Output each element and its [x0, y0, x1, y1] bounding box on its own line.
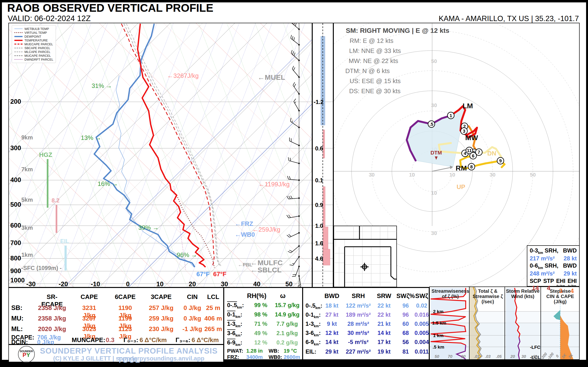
- height-label: 1km: [21, 251, 33, 258]
- p1-tick: 90: [461, 354, 466, 359]
- legend-label: VIRTUAL TEMP: [25, 31, 47, 34]
- omega-value: 1.6: [315, 240, 323, 247]
- station-id: KAMA - AMARILLO, TX US | 35.23, -101.7: [439, 14, 579, 23]
- dewpoint-swatch-icon: [14, 36, 23, 37]
- ylabel-2km: 2 km: [433, 309, 443, 314]
- dn-label: DN: [487, 150, 496, 157]
- muecape-parcel-curve: [121, 24, 214, 267]
- pressure-gridlines: [9, 102, 312, 284]
- wb0-table-label: WB0:: [268, 354, 282, 360]
- credit-line2: (C) KYLE J GILLETT | sounderpysoundings.…: [38, 355, 220, 362]
- srw-svg: Storm Relative Wind (kts) -LFC -LCL 20 3…: [505, 287, 541, 359]
- srw-1-3: 21 kt: [374, 321, 394, 327]
- mu-3cape: 259 J/kg: [148, 315, 174, 322]
- svg-text:30: 30: [431, 102, 437, 108]
- srw-plot: Storm Relative Wind (kts) -LFC -LCL 20 3…: [505, 286, 541, 360]
- temp-label: 0: [126, 281, 130, 287]
- swz-0-1: 0.016: [414, 311, 430, 318]
- svg-text:50: 50: [530, 172, 536, 178]
- dwndrft-swatch-icon: [14, 59, 23, 60]
- svg-text:30: 30: [369, 172, 375, 178]
- mucape-energy-label: ←3267J/kg: [167, 72, 199, 79]
- ehi1-column: EHI0−1km3: [556, 278, 565, 295]
- srh-0-6-label: 0-6km SRH,: [530, 262, 559, 270]
- stp-value: 4: [543, 284, 554, 292]
- sounderpy-logo: SOUNDER PY: [18, 346, 35, 363]
- legend-label: DWNDRFT PARCEL: [25, 58, 53, 61]
- mucape-swatch-icon: [14, 55, 23, 56]
- ds-text: DS: ENE @ 30 kts: [349, 87, 400, 95]
- sb-cin: 0 J/kg: [180, 304, 204, 312]
- height-label: 9km: [21, 134, 33, 141]
- bwd-eil: 29 kt: [322, 348, 341, 355]
- svg-text:9: 9: [499, 158, 502, 163]
- kinematics-table-panel: BWD SRH SRW SWζ% SWζ 0-.5km: 18 kt 122 m…: [303, 287, 429, 360]
- cape6-energy-label: ←1199J/kg: [259, 181, 290, 188]
- col-6cape: 6CAPE: [112, 293, 138, 301]
- pwat-value: 1.28 in: [246, 348, 263, 354]
- omega-header: ω: [280, 292, 285, 300]
- rh-0-1: 98 %: [249, 311, 272, 318]
- p2-title-1: Total ζ &: [478, 288, 497, 294]
- p4-title-3: (J/kg): [554, 299, 566, 304]
- dtm-text: DTM: N @ 6 kts: [345, 67, 390, 75]
- srh-0-3-label: 0-3km SRH,: [530, 247, 559, 255]
- omega-value: 1.0: [315, 223, 323, 229]
- credits-panel: SOUNDER PY SOUNDERPY VERTICAL PROFILE AN…: [9, 344, 224, 362]
- up-label: UP: [457, 183, 465, 191]
- page-title: RAOB OBSERVED VERTICAL PROFILE: [7, 1, 213, 14]
- rh-label-96: 96% →: [177, 251, 197, 259]
- logo-text-p: P: [23, 352, 26, 358]
- lapse-0-3-value: 6 Δ°C/km: [139, 336, 167, 344]
- pbl-label: ←PBL: [238, 262, 252, 267]
- sfc-wetbulb-f-label: 67°F: [196, 270, 210, 278]
- swz-1-3: 0.005: [414, 321, 430, 327]
- srw-0-1: 22 kt: [374, 311, 394, 318]
- lfc-label: -LFC: [530, 345, 541, 350]
- rm-label: RM: [456, 164, 467, 172]
- omega-down-bars: [323, 130, 330, 265]
- rh-3-6: 49 %: [249, 330, 272, 337]
- bwd-3-6: 12 kt: [322, 330, 341, 336]
- moist-row-label: 1-3km:: [227, 321, 242, 328]
- srh-0-3-value: 217 m²/s²: [530, 255, 555, 262]
- srw-header: SRW: [374, 292, 394, 300]
- sblcl-label: ←SBLCL: [250, 266, 282, 274]
- svg-text:3: 3: [463, 129, 466, 134]
- sfc-label: -SFC (1099m) -: [21, 265, 62, 271]
- p1-title-2: of ζ (%): [442, 294, 459, 299]
- vorticity-svg: Total ζ & Streamwise ζ (/sec) .01 .03 .0…: [469, 287, 505, 359]
- sb-3cape: 257 J/kg: [148, 304, 174, 312]
- mw-label: MW: [465, 134, 478, 142]
- w-6-9: 0.2 g/kg: [272, 339, 302, 346]
- temp-label: 50: [285, 281, 293, 287]
- swz-0-5: 0.02: [414, 302, 430, 309]
- swz-6-9: 0.004: [414, 339, 430, 345]
- svg-text:10: 10: [450, 172, 455, 178]
- virtual-temp-swatch-icon: [14, 32, 23, 33]
- swp-0-5: 96: [395, 302, 416, 309]
- svg-text:10: 10: [431, 190, 437, 196]
- srh-6-9: -5 m²/s²: [345, 339, 372, 345]
- kin-row-label: 0-.5km:: [305, 302, 322, 310]
- temp-label: 30: [221, 281, 228, 287]
- srw-3-6: 14 kt: [374, 330, 394, 336]
- row-ml-label: ML:: [11, 325, 23, 333]
- streamwiseness-plot: 2 km 1.5 km 1 km .5 km Streamwiseness of…: [429, 286, 469, 360]
- legend-label: SBCAPE PARCEL: [25, 46, 50, 50]
- p2-title-3: (/sec): [482, 299, 494, 304]
- svg-text:7: 7: [478, 150, 480, 155]
- rh-label-31: 31% →: [92, 82, 112, 89]
- stp-column: STP4: [543, 278, 554, 295]
- col-3cape: 3CAPE: [148, 293, 174, 301]
- height-label: 7km: [21, 166, 33, 173]
- temp-label: -10: [91, 281, 100, 287]
- pressure-label: 900: [10, 267, 21, 275]
- moist-row-label: 0-.5km:: [227, 302, 244, 309]
- svg-text:8: 8: [470, 164, 473, 169]
- col-cape: CAPE: [76, 293, 102, 301]
- rh-0-5: 99 %: [249, 302, 272, 309]
- pressure-label: 500: [10, 201, 21, 208]
- mlcape-swatch-icon: [14, 51, 23, 52]
- col-lcl: LCL: [204, 293, 223, 301]
